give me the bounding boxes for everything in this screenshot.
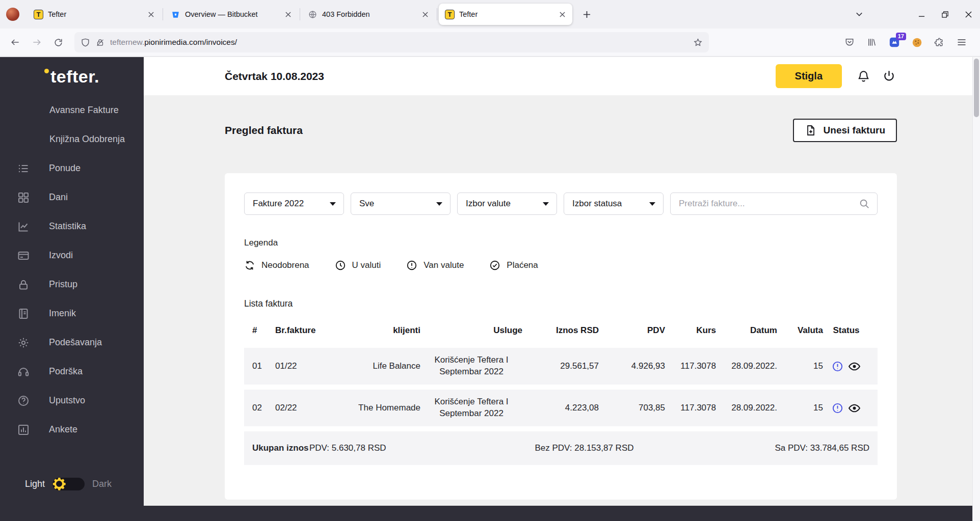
sidebar-item-uputstvo[interactable]: Uputstvo — [0, 386, 144, 415]
current-date: Četvrtak 10.08.2023 — [225, 70, 324, 83]
page-scrollbar[interactable] — [972, 57, 980, 521]
tab-tefter-1[interactable]: T Tefter — [28, 4, 161, 25]
sidebar-item-label: Podešavanja — [49, 337, 102, 348]
back-button[interactable] — [5, 33, 25, 52]
tab-separator — [300, 8, 300, 20]
extension-17-icon[interactable]: 17 — [886, 34, 903, 50]
window-close-button[interactable] — [957, 0, 980, 29]
table-row[interactable]: 02 02/22 The Homemade Korišćenje Teftera… — [244, 390, 878, 426]
status-filter-dropdown[interactable]: Izbor statusa — [564, 193, 664, 215]
tracking-shield-icon[interactable] — [81, 38, 90, 47]
col-status: Status — [823, 325, 869, 336]
cell-client: Life Balance — [331, 361, 420, 372]
profile-avatar[interactable] — [6, 8, 19, 21]
sidebar-item-imenik[interactable]: Imenik — [0, 299, 144, 328]
forward-button[interactable] — [27, 33, 47, 52]
cookie-icon[interactable] — [909, 34, 925, 50]
table-header-row: # Br.fakture klijenti Usluge Iznos RSD P… — [244, 318, 878, 343]
list-all-tabs-icon[interactable] — [849, 4, 870, 25]
sidebar-item-avansne-fakture[interactable]: Avansne Fakture — [0, 96, 144, 125]
sidebar-item-dani[interactable]: Dani — [0, 183, 144, 212]
currency-filter-dropdown[interactable]: Izbor valute — [457, 193, 557, 215]
tab-close-icon[interactable] — [419, 8, 431, 20]
extension-badge: 17 — [896, 33, 906, 40]
sidebar-item-ponude[interactable]: Ponude — [0, 154, 144, 183]
col-client: klijenti — [331, 325, 420, 336]
bookmark-star-icon[interactable] — [693, 38, 703, 47]
book-icon — [17, 308, 30, 320]
totals-without-pdv: Bez PDV: 28.153,87 RSD — [467, 443, 701, 453]
app-logo: tefter. — [0, 57, 144, 96]
connection-lock-icon[interactable] — [96, 38, 104, 47]
tab-title: Overview — Bitbucket — [185, 10, 277, 18]
extensions-puzzle-icon[interactable] — [931, 34, 947, 50]
sidebar-item-ankete[interactable]: Ankete — [0, 415, 144, 444]
app-header: Četvrtak 10.08.2023 Stigla — [144, 57, 980, 95]
sidebar-item-label: Izvodi — [49, 250, 73, 261]
window-minimize-button[interactable] — [910, 0, 933, 29]
card-icon — [17, 250, 30, 262]
logout-power-icon[interactable] — [881, 68, 897, 85]
sidebar-item-statistika[interactable]: Statistika — [0, 212, 144, 241]
legend-label: U valuti — [352, 260, 381, 270]
gear-knob-icon — [51, 476, 67, 492]
gear-icon — [17, 337, 30, 349]
sidebar-item-label: Knjižna Odobrenja — [49, 134, 125, 145]
url-bar[interactable]: tefternew.pionirimedia.com/invoices/ — [74, 32, 709, 52]
window-restore-button[interactable] — [933, 0, 957, 29]
sidebar-item-label: Podrška — [49, 366, 83, 377]
search-input[interactable] — [679, 199, 854, 209]
tab-bitbucket[interactable]: Overview — Bitbucket — [165, 4, 298, 25]
grid-icon — [17, 191, 30, 204]
status-exclamation-icon[interactable] — [832, 402, 843, 414]
totals-label: Ukupan iznos — [252, 443, 309, 453]
library-icon[interactable] — [864, 34, 880, 50]
add-invoice-label: Unesi fakturu — [824, 125, 885, 136]
notifications-bell-icon[interactable] — [855, 68, 871, 85]
sidebar-item-label: Ankete — [49, 424, 77, 435]
year-filter-dropdown[interactable]: Fakture 2022 — [244, 193, 344, 215]
sidebar-item-pristup[interactable]: Pristup — [0, 270, 144, 299]
tab-separator — [163, 8, 163, 20]
col-valuta: Valuta — [777, 325, 823, 336]
legend-label: Neodobrena — [261, 260, 309, 270]
sidebar-item-podrska[interactable]: Podrška — [0, 357, 144, 386]
url-text[interactable]: tefternew.pionirimedia.com/invoices/ — [110, 38, 687, 47]
dropdown-value: Fakture 2022 — [253, 199, 304, 209]
sidebar-item-label: Pristup — [49, 279, 77, 290]
tab-tefter-active[interactable]: T Tefter — [439, 4, 572, 25]
eye-icon[interactable] — [848, 402, 861, 415]
cell-pdv: 4.926,93 — [599, 361, 665, 372]
tab-title: 403 Forbidden — [322, 10, 414, 18]
sidebar-item-podesavanja[interactable]: Podešavanja — [0, 328, 144, 357]
new-tab-button[interactable] — [577, 5, 596, 23]
table-row[interactable]: 01 01/22 Life Balance Korišćenje Teftera… — [244, 348, 878, 385]
file-plus-icon — [805, 124, 817, 136]
browser-tab-bar: T Tefter Overview — Bitbucket 403 Forbid… — [0, 0, 980, 29]
cell-status — [823, 402, 869, 415]
menu-hamburger-icon[interactable] — [953, 34, 970, 50]
scope-filter-dropdown[interactable]: Sve — [351, 193, 451, 215]
add-invoice-button[interactable]: Unesi fakturu — [793, 119, 897, 142]
status-exclamation-icon[interactable] — [832, 361, 843, 372]
sidebar-item-knjizna-odobrenja[interactable]: Knjižna Odobrenja — [0, 125, 144, 154]
pocket-icon[interactable] — [841, 34, 858, 50]
theme-toggle[interactable] — [52, 478, 85, 490]
filter-bar: Fakture 2022 Sve Izbor valute Izbor stat… — [244, 193, 878, 215]
reload-button[interactable] — [48, 33, 68, 52]
cell-invoice-no: 02/22 — [275, 402, 331, 414]
tab-close-icon[interactable] — [556, 8, 568, 20]
exclamation-circle-icon — [406, 260, 417, 271]
cell-service: Korišćenje Teftera I Septembar 2022 — [420, 396, 522, 420]
sidebar-item-izvodi[interactable]: Izvodi — [0, 241, 144, 270]
tab-403-forbidden[interactable]: 403 Forbidden — [302, 4, 435, 25]
eye-icon[interactable] — [848, 360, 861, 373]
chevron-down-icon — [436, 202, 442, 206]
stigla-button[interactable]: Stigla — [776, 64, 842, 88]
tab-close-icon[interactable] — [282, 8, 294, 20]
scrollbar-thumb[interactable] — [974, 59, 979, 117]
legend-item-neodobrena: Neodobrena — [244, 260, 309, 271]
tab-close-icon[interactable] — [145, 8, 157, 20]
cell-num: 01 — [252, 361, 275, 372]
search-icon[interactable] — [859, 198, 870, 209]
